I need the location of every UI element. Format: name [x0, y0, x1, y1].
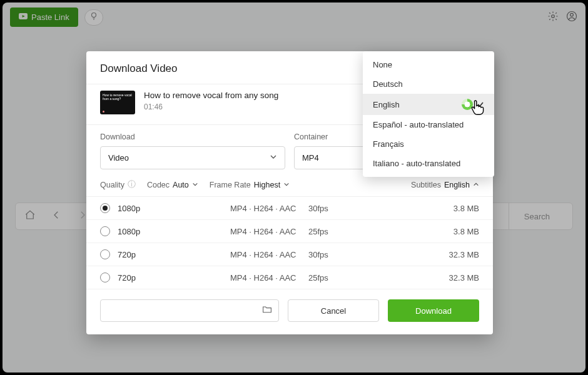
chevron-down-icon — [192, 181, 198, 189]
modal-footer: Cancel Download — [86, 289, 493, 334]
subtitle-option[interactable]: Italiano - auto-translated — [363, 154, 494, 173]
download-button[interactable]: Download — [388, 299, 479, 322]
subtitle-option[interactable]: None — [363, 55, 494, 74]
quality-fps: 25fps — [308, 273, 346, 282]
framerate-value: Highest — [254, 181, 280, 189]
info-icon: ⓘ — [128, 179, 136, 190]
folder-icon — [262, 305, 272, 316]
download-type-select[interactable]: Video — [100, 146, 285, 169]
quality-row[interactable]: 1080pMP4 · H264 · AAC30fps3.8 MB — [86, 197, 493, 220]
quality-size: 3.8 MB — [454, 204, 479, 213]
codec-label: Codec — [147, 181, 170, 189]
download-type-value: Video — [108, 153, 129, 162]
subtitle-option-label: English — [373, 100, 400, 109]
chevron-down-icon — [270, 153, 277, 162]
chevron-down-icon — [283, 181, 290, 189]
thumb-text: How to remove vocal from a song? — [103, 93, 133, 101]
radio-icon — [100, 226, 110, 236]
subtitles-filter[interactable]: Subtitles English — [411, 181, 479, 189]
subtitle-option-label: Español - auto-translated — [373, 120, 464, 129]
video-title: How to remove vocal from any song — [144, 91, 278, 100]
quality-format: MP4 · H264 · AAC — [230, 250, 308, 259]
subtitle-option-label: Français — [373, 139, 404, 149]
subtitle-option[interactable]: Deutsch — [363, 74, 494, 94]
quality-filter[interactable]: Quality ⓘ — [100, 179, 136, 190]
quality-size: 32.3 MB — [449, 250, 479, 259]
quality-size: 3.8 MB — [454, 227, 479, 236]
save-path-input[interactable] — [100, 299, 279, 322]
quality-fps: 30fps — [308, 250, 346, 259]
quality-row[interactable]: 720pMP4 · H264 · AAC30fps32.3 MB — [86, 243, 493, 266]
chevron-up-icon — [473, 181, 479, 189]
radio-icon — [100, 272, 110, 282]
subtitles-label: Subtitles — [411, 181, 441, 189]
quality-list: 1080pMP4 · H264 · AAC30fps3.8 MB1080pMP4… — [86, 196, 493, 289]
framerate-label: Frame Rate — [210, 181, 251, 189]
radio-icon — [100, 203, 110, 213]
quality-fps: 30fps — [308, 204, 346, 213]
quality-fps: 25fps — [308, 227, 346, 236]
subtitles-value: English — [444, 181, 470, 189]
spinner-icon — [462, 99, 473, 110]
subtitle-option[interactable]: English — [363, 94, 494, 115]
download-field-label: Download — [100, 132, 285, 141]
subtitle-option[interactable]: Français — [363, 134, 494, 154]
codec-value: Auto — [173, 181, 189, 189]
subtitle-option[interactable]: Español - auto-translated — [363, 115, 494, 134]
subtitle-option-label: Deutsch — [373, 79, 403, 89]
quality-resolution: 720p — [118, 273, 230, 282]
video-thumbnail: How to remove vocal from a song? — [100, 91, 135, 114]
quality-format: MP4 · H264 · AAC — [230, 273, 308, 282]
loading-check — [462, 99, 484, 110]
subtitle-option-label: Italiano - auto-translated — [373, 159, 460, 168]
cancel-button[interactable]: Cancel — [288, 299, 379, 322]
subtitle-option-label: None — [373, 60, 392, 69]
quality-row[interactable]: 1080pMP4 · H264 · AAC25fps3.8 MB — [86, 220, 493, 243]
quality-format: MP4 · H264 · AAC — [230, 227, 308, 236]
container-value: MP4 — [302, 153, 319, 162]
quality-resolution: 1080p — [118, 204, 230, 213]
codec-filter[interactable]: Codec Auto — [147, 181, 198, 189]
framerate-filter[interactable]: Frame Rate Highest — [210, 181, 290, 189]
quality-format: MP4 · H264 · AAC — [230, 204, 308, 213]
quality-resolution: 720p — [118, 250, 230, 259]
video-duration: 01:46 — [144, 102, 278, 111]
quality-row[interactable]: 720pMP4 · H264 · AAC25fps32.3 MB — [86, 266, 493, 289]
quality-size: 32.3 MB — [449, 273, 479, 282]
quality-resolution: 1080p — [118, 227, 230, 236]
subtitles-dropdown: NoneDeutschEnglishEspañol - auto-transla… — [363, 51, 494, 177]
radio-icon — [100, 249, 110, 259]
check-icon — [477, 101, 484, 108]
quality-label: Quality — [100, 181, 124, 189]
